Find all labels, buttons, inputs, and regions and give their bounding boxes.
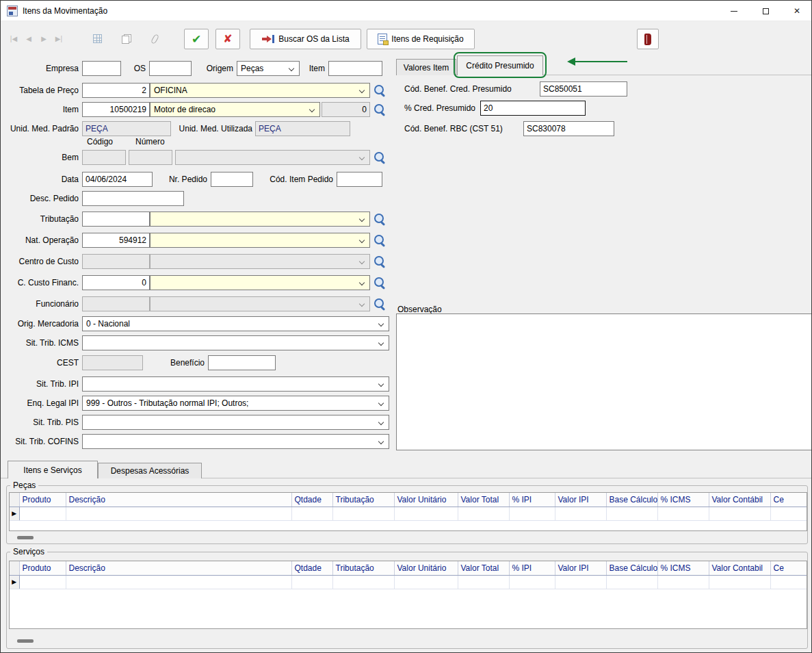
itens-requisicao-button[interactable]: Itens de Requisição xyxy=(367,29,475,49)
nav-first-button[interactable]: |◀ xyxy=(6,31,21,46)
tab-itens-e-servicos[interactable]: Itens e Serviços xyxy=(8,461,98,478)
pecas-table-row[interactable]: ▶ xyxy=(10,507,807,520)
servicos-col-pct-ipi[interactable]: % IPI xyxy=(509,561,555,575)
grid-icon xyxy=(93,34,102,43)
item-lookup-button[interactable] xyxy=(372,102,387,117)
nat-operacao-code-input[interactable] xyxy=(82,233,150,248)
sit-trib-cofins-combo[interactable] xyxy=(82,434,389,449)
servicos-grid[interactable]: Produto Descrição Qtdade Tributação Valo… xyxy=(9,561,807,629)
pecas-col-valor-total[interactable]: Valor Total xyxy=(458,493,509,507)
servicos-col-pct-icms[interactable]: % ICMS xyxy=(657,561,709,575)
servicos-col-produto[interactable]: Produto xyxy=(19,561,66,575)
pecas-grid[interactable]: Produto Descrição Qtdade Tributação Valo… xyxy=(9,492,807,531)
orig-mercadoria-combo[interactable]: 0 - Nacional xyxy=(82,316,389,331)
tabela-preco-combo[interactable]: OFICINA xyxy=(150,83,370,98)
grid-tool-button[interactable] xyxy=(88,29,107,48)
servicos-col-ce[interactable]: Ce xyxy=(770,561,807,575)
pecas-hscrollbar[interactable] xyxy=(9,534,804,541)
tabela-preco-lookup-button[interactable] xyxy=(372,83,387,98)
bem-lookup-button[interactable] xyxy=(372,150,387,165)
data-input[interactable] xyxy=(82,172,153,187)
copy-tool-button[interactable] xyxy=(117,29,135,48)
observacao-textarea[interactable] xyxy=(396,313,812,450)
pecas-col-pct-ipi[interactable]: % IPI xyxy=(509,493,555,507)
tributacao-code-input[interactable] xyxy=(82,212,150,227)
confirm-button[interactable]: ✔ xyxy=(184,29,209,49)
sit-trib-ipi-combo[interactable] xyxy=(82,376,389,392)
tributacao-combo[interactable] xyxy=(150,212,370,227)
manual-button[interactable] xyxy=(637,29,659,49)
sit-trib-cofins-label: Sit. Trib. COFINS xyxy=(1,434,79,449)
item-top-input[interactable] xyxy=(328,61,382,76)
servicos-col-qtdade[interactable]: Qtdade xyxy=(291,561,332,575)
magnifier-icon xyxy=(374,298,386,310)
servicos-col-base-calculo[interactable]: Base Cálculo xyxy=(606,561,657,575)
pct-cred-input[interactable] xyxy=(480,101,586,116)
servicos-col-valor-unitario[interactable]: Valor Unitário xyxy=(394,561,458,575)
pecas-col-descricao[interactable]: Descrição xyxy=(66,493,291,507)
pecas-col-produto[interactable]: Produto xyxy=(19,493,66,507)
servicos-col-tributacao[interactable]: Tributação xyxy=(332,561,394,575)
servicos-hscrollbar[interactable] xyxy=(9,637,804,644)
nr-pedido-input[interactable] xyxy=(211,172,253,187)
nat-operacao-combo[interactable] xyxy=(150,233,370,248)
pecas-col-pct-icms[interactable]: % ICMS xyxy=(657,493,709,507)
empresa-input[interactable] xyxy=(82,61,121,76)
c-custo-financ-lookup-button[interactable] xyxy=(372,275,387,290)
origem-combo[interactable]: Peças xyxy=(237,61,300,76)
pecas-col-ce[interactable]: Ce xyxy=(770,493,807,507)
nav-next-button[interactable]: ▶ xyxy=(36,31,51,46)
centro-custo-lookup-button[interactable] xyxy=(372,254,387,269)
servicos-col-valor-ipi[interactable]: Valor IPI xyxy=(555,561,606,575)
nr-pedido-label: Nr. Pedido xyxy=(159,172,207,187)
item-code-input[interactable] xyxy=(82,102,150,117)
item-combo[interactable]: Motor de direcao xyxy=(150,102,320,117)
nav-last-button[interactable]: ▶| xyxy=(51,31,66,46)
chevron-down-icon xyxy=(309,107,315,112)
chevron-down-icon xyxy=(378,420,384,425)
pecas-hscroll-thumb[interactable] xyxy=(17,536,34,539)
servicos-col-valor-total[interactable]: Valor Total xyxy=(458,561,509,575)
pecas-col-tributacao[interactable]: Tributação xyxy=(332,493,394,507)
nat-operacao-lookup-button[interactable] xyxy=(372,233,387,248)
servicos-table-row[interactable]: ▶ xyxy=(10,575,807,589)
os-input[interactable] xyxy=(149,61,192,76)
tributacao-lookup-button[interactable] xyxy=(372,212,387,227)
c-custo-financ-code-input[interactable] xyxy=(82,275,150,290)
magnifier-icon xyxy=(374,234,386,246)
cod-benef-cred-input[interactable] xyxy=(540,81,627,97)
cod-benef-rbc-input[interactable] xyxy=(523,121,614,136)
close-button[interactable]: ✕ xyxy=(781,1,812,21)
pecas-col-valor-contabil[interactable]: Valor Contábil xyxy=(709,493,770,507)
pecas-col-qtdade[interactable]: Qtdade xyxy=(291,493,332,507)
sit-trib-pis-combo[interactable] xyxy=(82,415,389,430)
nav-prior-button[interactable]: ◀ xyxy=(21,31,36,46)
funcionario-combo xyxy=(150,296,370,311)
tab-valores-item[interactable]: Valores Item xyxy=(396,59,456,75)
minimize-button[interactable] xyxy=(718,1,750,21)
servicos-col-valor-contabil[interactable]: Valor Contabil xyxy=(709,561,770,575)
servicos-col-descricao[interactable]: Descrição xyxy=(66,561,291,575)
servicos-hscroll-thumb[interactable] xyxy=(17,639,34,643)
desc-pedido-input[interactable] xyxy=(82,191,184,206)
tabela-preco-code-input[interactable] xyxy=(82,83,150,98)
cancel-button[interactable]: ✘ xyxy=(215,29,240,49)
funcionario-label: Funcionário xyxy=(8,296,79,311)
maximize-button[interactable] xyxy=(750,1,781,21)
attach-tool-button[interactable] xyxy=(146,29,164,48)
cod-item-pedido-input[interactable] xyxy=(337,172,382,187)
chevron-down-icon xyxy=(378,439,384,444)
current-row-marker: ▶ xyxy=(10,575,19,589)
c-custo-financ-combo[interactable] xyxy=(150,275,370,290)
pecas-col-base-calculo[interactable]: Base Cálculo xyxy=(606,493,657,507)
beneficio-input[interactable] xyxy=(208,355,276,370)
tab-despesas-acessorias[interactable]: Despesas Acessórias xyxy=(98,463,202,478)
buscar-os-button[interactable]: Buscar OS da Lista xyxy=(250,29,361,49)
pecas-col-valor-unitario[interactable]: Valor Unitário xyxy=(394,493,458,507)
pecas-group-title: Peças xyxy=(10,481,38,490)
pecas-col-valor-ipi[interactable]: Valor IPI xyxy=(555,493,606,507)
funcionario-lookup-button[interactable] xyxy=(372,296,387,311)
sit-trib-icms-combo[interactable] xyxy=(82,335,389,350)
tab-credito-presumido[interactable]: Crédito Presumido xyxy=(457,55,543,75)
enq-legal-ipi-combo[interactable]: 999 - Outros - Tributação normal IPI; Ou… xyxy=(82,396,389,411)
